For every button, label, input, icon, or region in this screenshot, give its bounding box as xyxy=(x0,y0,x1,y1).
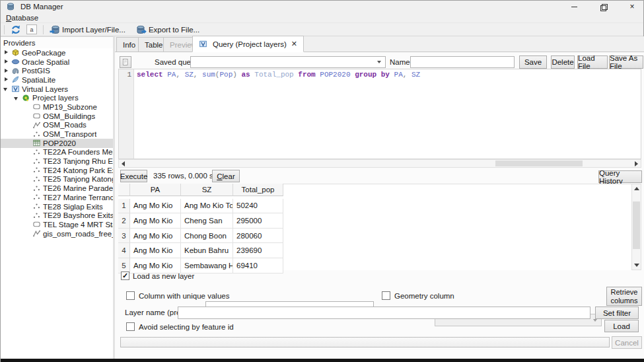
polygon-layer-icon xyxy=(32,112,41,120)
tab-query[interactable]: Query (Project layers) ✕ xyxy=(192,36,304,52)
saved-query-select[interactable] xyxy=(190,56,386,68)
tree-item-te29[interactable]: TE29 Bayshore Exits xyxy=(1,211,113,220)
tree-item-te24[interactable]: TE24 Katong Park Exits xyxy=(1,166,113,175)
import-layer-button[interactable]: Import Layer/File... xyxy=(47,24,128,36)
scrollbar-thumb[interactable] xyxy=(633,201,640,249)
sql-editor[interactable]: 1 select PA, SZ, sum(Pop) as Total_pop f… xyxy=(118,69,641,159)
results-table[interactable]: PA SZ Total_pop 1 Ang Mo Kio Ang Mo Kio … xyxy=(118,184,283,273)
refresh-button[interactable] xyxy=(8,24,24,36)
tree-item-osm-roads[interactable]: OSM_Roads xyxy=(1,121,113,130)
cell-sz[interactable]: Sembawang Hills xyxy=(181,258,233,273)
chevron-down-icon xyxy=(593,319,597,322)
tree-item-te25[interactable]: TE25 Tanjong Katong Ex... xyxy=(1,175,113,184)
load-button[interactable]: Load xyxy=(604,320,639,332)
corner-header xyxy=(118,184,130,196)
set-filter-label: Set filter xyxy=(603,309,631,317)
tree-item-label: SpatiaLite xyxy=(22,76,55,84)
cell-pa[interactable]: Ang Mo Kio xyxy=(130,243,181,258)
scroll-up-icon[interactable] xyxy=(632,184,641,193)
menu-database[interactable]: Database xyxy=(1,14,44,22)
column-header-sz[interactable]: SZ xyxy=(181,184,233,196)
restore-button[interactable] xyxy=(596,1,610,12)
avoid-feature-id-checkbox[interactable] xyxy=(126,322,135,331)
point-layer-icon xyxy=(32,148,41,157)
cell-totalpop[interactable]: 69410 xyxy=(233,258,283,273)
sql-window-button[interactable]: a xyxy=(24,24,40,35)
tree-item-pop2020[interactable]: POP2020 xyxy=(1,139,113,148)
tree-item-tel-stage4[interactable]: TEL Stage 4 MRT Stations xyxy=(1,220,113,229)
tree-item-te28[interactable]: TE28 Siglap Exits xyxy=(1,202,113,211)
cell-totalpop[interactable]: 239690 xyxy=(233,243,283,258)
geometry-column-checkbox[interactable] xyxy=(382,291,390,300)
results-vertical-scrollbar[interactable] xyxy=(631,184,641,270)
minimize-icon xyxy=(571,7,577,7)
set-filter-button[interactable]: Set filter xyxy=(595,307,639,319)
scroll-left-icon[interactable] xyxy=(119,160,127,167)
tree-item-oracle-spatial[interactable]: Oracle Spatial xyxy=(1,57,113,67)
execute-button[interactable]: Execute xyxy=(120,170,147,182)
cell-totalpop[interactable]: 295000 xyxy=(233,213,283,229)
tree-item-gis-osm-roads[interactable]: gis_osm_roads_free_1 xyxy=(1,229,113,238)
expander-icon[interactable] xyxy=(3,50,9,55)
tab-close-icon[interactable]: ✕ xyxy=(291,40,297,48)
cell-pa[interactable]: Ang Mo Kio xyxy=(130,213,181,229)
cell-sz[interactable]: Chong Boon xyxy=(181,229,233,244)
tree-item-label: Project layers xyxy=(32,94,79,102)
cell-totalpop[interactable]: 50240 xyxy=(233,199,283,214)
tree-item-geopackage[interactable]: GeoPackage xyxy=(1,48,113,57)
export-file-button[interactable]: Export to File... xyxy=(133,24,202,36)
tree-item-te22a[interactable]: TE22A Founders Memo... xyxy=(1,148,113,157)
layer-name-input[interactable] xyxy=(178,307,590,319)
cell-sz[interactable]: Ang Mo Kio To... xyxy=(181,199,233,214)
editor-horizontal-scrollbar[interactable] xyxy=(118,159,641,168)
qgis-icon xyxy=(22,94,30,102)
cell-totalpop[interactable]: 280060 xyxy=(233,229,283,244)
window-title: DB Manager xyxy=(20,3,63,11)
retrieve-columns-button[interactable]: Retrieve columns xyxy=(606,287,642,306)
saved-query-tool-button[interactable] xyxy=(120,56,131,68)
scrollbar-thumb[interactable] xyxy=(495,161,583,166)
scroll-right-icon[interactable] xyxy=(632,160,641,167)
tree-item-postgis[interactable]: PostGIS xyxy=(1,66,113,75)
point-layer-icon xyxy=(32,184,41,193)
expander-icon[interactable] xyxy=(3,86,9,92)
load-label: Load xyxy=(613,322,630,330)
column-unique-checkbox[interactable] xyxy=(126,291,135,300)
cell-pa[interactable]: Ang Mo Kio xyxy=(130,258,181,273)
cell-pa[interactable]: Ang Mo Kio xyxy=(130,199,181,214)
clear-button[interactable]: Clear xyxy=(212,170,240,182)
expander-icon[interactable] xyxy=(3,77,9,83)
expander-icon[interactable] xyxy=(14,95,20,101)
tree-item-spatialite[interactable]: SpatiaLite xyxy=(1,75,113,85)
tree-item-osm-buildings[interactable]: OSM_Buildings xyxy=(1,112,113,121)
expander-icon[interactable] xyxy=(3,59,9,65)
name-input[interactable] xyxy=(410,56,515,68)
tree-item-mp19-subzone[interactable]: MP19_Subzone xyxy=(1,102,113,112)
close-button[interactable]: × xyxy=(625,1,639,12)
tree-item-label: OSM_Transport xyxy=(43,130,96,138)
scroll-down-icon[interactable] xyxy=(632,261,641,270)
load-as-new-layer-checkbox[interactable]: ✓ xyxy=(121,272,129,280)
tree-item-project-layers[interactable]: Project layers xyxy=(1,93,113,102)
delete-button[interactable]: Delete xyxy=(551,55,575,69)
cell-pa[interactable]: Ang Mo Kio xyxy=(130,229,181,244)
column-header-pa[interactable]: PA xyxy=(130,184,181,196)
expander-icon[interactable] xyxy=(3,68,9,74)
tree-item-te23[interactable]: TE23 Tanjong Rhu Exits xyxy=(1,157,113,166)
tree-item-osm-transport[interactable]: OSM_Transport xyxy=(1,129,113,139)
tree-item-te26[interactable]: TE26 Marine Parade Exits xyxy=(1,184,113,193)
minimize-button[interactable] xyxy=(567,1,581,12)
column-unique-label: Column with unique values xyxy=(139,292,229,300)
cell-sz[interactable]: Kebun Bahru xyxy=(181,243,233,258)
cell-sz[interactable]: Cheng San xyxy=(181,213,233,229)
column-header-totalpop[interactable]: Total_pop xyxy=(233,184,283,196)
tree-item-te27[interactable]: TE27 Marine Terrance Ex... xyxy=(1,193,113,202)
delete-label: Delete xyxy=(552,58,573,66)
tab-label: Query (Project layers) xyxy=(213,40,287,48)
save-as-file-button[interactable]: Save As File xyxy=(609,55,643,69)
query-history-button[interactable]: Query History xyxy=(598,170,642,183)
load-file-button[interactable]: Load File xyxy=(577,55,608,69)
tree-item-virtual-layers[interactable]: Virtual Layers xyxy=(1,85,113,94)
save-label: Save xyxy=(524,58,542,66)
save-button[interactable]: Save xyxy=(519,55,547,69)
